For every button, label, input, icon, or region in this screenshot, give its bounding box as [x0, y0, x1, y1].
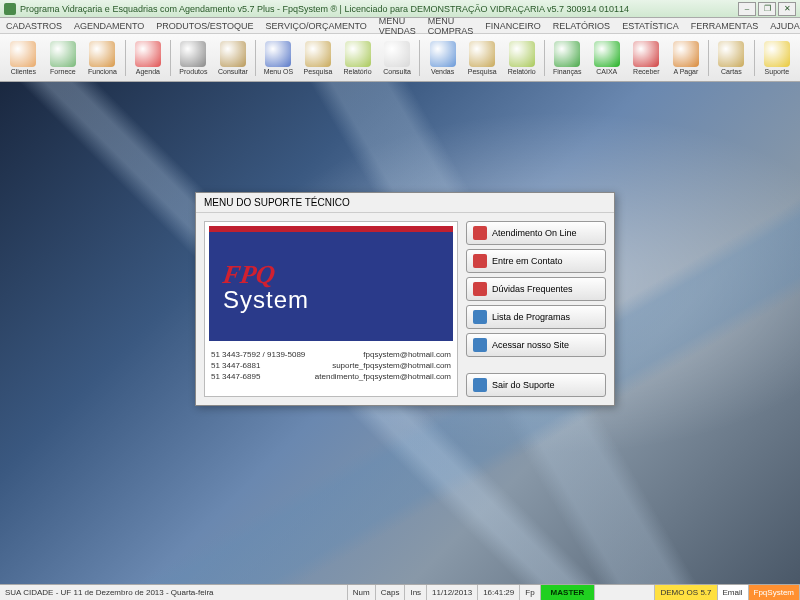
menu-cadastros[interactable]: CADASTROS: [0, 21, 68, 31]
menu-vendas[interactable]: MENU VENDAS: [373, 16, 422, 36]
toolbar-cartas[interactable]: Cartas: [712, 36, 751, 80]
support-icon: [473, 338, 487, 352]
toolbar-fornece[interactable]: Fornece: [44, 36, 83, 80]
menu-ajuda[interactable]: AJUDA: [764, 21, 800, 31]
support-acessar-nosso-site[interactable]: Acessar nosso Site: [466, 333, 606, 357]
menu os-icon: [265, 41, 291, 67]
toolbar-label: Pesquisa: [304, 68, 333, 75]
toolbar-label: Relatório: [508, 68, 536, 75]
toolbar-finanças[interactable]: Finanças: [548, 36, 587, 80]
support-icon: [473, 282, 487, 296]
funciona-icon: [89, 41, 115, 67]
toolbar-label: Consulta: [383, 68, 411, 75]
status-master: MASTER: [541, 585, 596, 600]
toolbar: ClientesForneceFuncionaAgendaProdutosCon…: [0, 34, 800, 82]
status-time: 16:41:29: [478, 585, 520, 600]
toolbar-separator: [255, 40, 256, 76]
finanças-icon: [554, 41, 580, 67]
vendas-icon: [430, 41, 456, 67]
support-lista-de-programas[interactable]: Lista de Programas: [466, 305, 606, 329]
status-brand[interactable]: FpqSystem: [749, 585, 800, 600]
status-num: Num: [348, 585, 376, 600]
support-atendimento-on-line[interactable]: Atendimento On Line: [466, 221, 606, 245]
desktop-background: MENU DO SUPORTE TÉCNICO FPQ System 51 34…: [0, 82, 800, 584]
status-ins: Ins: [405, 585, 427, 600]
status-spacer: [595, 585, 655, 600]
toolbar-pesquisa[interactable]: Pesquisa: [299, 36, 338, 80]
toolbar-vendas[interactable]: Vendas: [423, 36, 462, 80]
menu-agendamento[interactable]: AGENDAMENTO: [68, 21, 150, 31]
support-icon: [473, 310, 487, 324]
maximize-button[interactable]: ❐: [758, 2, 776, 16]
toolbar-label: Relatório: [344, 68, 372, 75]
toolbar-relatório[interactable]: Relatório: [502, 36, 541, 80]
dialog-body: FPQ System 51 3443-7592 / 9139-5089 fpqs…: [196, 213, 614, 405]
toolbar-caixa[interactable]: CAIXA: [587, 36, 626, 80]
status-demo: DEMO OS 5.7: [655, 585, 717, 600]
fornece-icon: [50, 41, 76, 67]
toolbar-label: Agenda: [136, 68, 160, 75]
close-button[interactable]: ✕: [778, 2, 796, 16]
toolbar-receber[interactable]: Receber: [627, 36, 666, 80]
toolbar-suporte[interactable]: Suporte: [758, 36, 797, 80]
support-icon: [473, 226, 487, 240]
support-entre-em-contato[interactable]: Entre em Contato: [466, 249, 606, 273]
toolbar-agenda[interactable]: Agenda: [129, 36, 168, 80]
relatório-icon: [345, 41, 371, 67]
menu-relatorios[interactable]: RELATÓRIOS: [547, 21, 616, 31]
exit-support-button[interactable]: Sair do Suporte: [466, 373, 606, 397]
toolbar-clientes[interactable]: Clientes: [4, 36, 43, 80]
menu-estatistica[interactable]: ESTATÍSTICA: [616, 21, 685, 31]
contact-row: 51 3443-7592 / 9139-5089 fpqsystem@hotma…: [209, 349, 453, 360]
status-email-btn[interactable]: Email: [718, 585, 749, 600]
toolbar-funciona[interactable]: Funciona: [83, 36, 122, 80]
toolbar-relatório[interactable]: Relatório: [338, 36, 377, 80]
contact-row: 51 3447-6881 suporte_fpqsystem@hotmail.c…: [209, 360, 453, 371]
logo-fpq: FPQ: [221, 260, 455, 290]
consulta-icon: [384, 41, 410, 67]
app-icon: [4, 3, 16, 15]
toolbar-label: Cartas: [721, 68, 742, 75]
toolbar-label: Produtos: [179, 68, 207, 75]
menu-ferramentas[interactable]: FERRAMENTAS: [685, 21, 764, 31]
toolbar-label: Clientes: [11, 68, 36, 75]
menu-servico-orcamento[interactable]: SERVIÇO/ORÇAMENTO: [260, 21, 373, 31]
menubar: CADASTROS AGENDAMENTO PRODUTOS/ESTOQUE S…: [0, 18, 800, 34]
a pagar-icon: [673, 41, 699, 67]
toolbar-a-pagar[interactable]: A Pagar: [667, 36, 706, 80]
support-dúvidas-frequentes[interactable]: Dúvidas Frequentes: [466, 277, 606, 301]
exit-icon: [473, 378, 487, 392]
toolbar-pesquisa[interactable]: Pesquisa: [463, 36, 502, 80]
toolbar-label: Menu OS: [264, 68, 294, 75]
toolbar-menu-os[interactable]: Menu OS: [259, 36, 298, 80]
toolbar-consultar[interactable]: Consultar: [214, 36, 253, 80]
toolbar-label: Funciona: [88, 68, 117, 75]
toolbar-separator: [419, 40, 420, 76]
toolbar-label: A Pagar: [673, 68, 698, 75]
toolbar-consulta[interactable]: Consulta: [378, 36, 417, 80]
toolbar-label: CAIXA: [596, 68, 617, 75]
minimize-button[interactable]: –: [738, 2, 756, 16]
toolbar-label: Pesquisa: [468, 68, 497, 75]
status-fp: Fp: [520, 585, 540, 600]
menu-compras[interactable]: MENU COMPRAS: [422, 16, 480, 36]
status-caps: Caps: [376, 585, 406, 600]
toolbar-produtos[interactable]: Produtos: [174, 36, 213, 80]
toolbar-label: Vendas: [431, 68, 454, 75]
contact-info: 51 3443-7592 / 9139-5089 fpqsystem@hotma…: [209, 349, 453, 382]
contact-row: 51 3447-6895 atendimento_fpqsystem@hotma…: [209, 371, 453, 382]
relatório-icon: [509, 41, 535, 67]
pesquisa-icon: [469, 41, 495, 67]
agenda-icon: [135, 41, 161, 67]
menu-financeiro[interactable]: FINANCEIRO: [479, 21, 547, 31]
status-location: SUA CIDADE - UF 11 de Dezembro de 2013 -…: [0, 585, 348, 600]
statusbar: SUA CIDADE - UF 11 de Dezembro de 2013 -…: [0, 584, 800, 600]
pesquisa-icon: [305, 41, 331, 67]
status-date: 11/12/2013: [427, 585, 478, 600]
produtos-icon: [180, 41, 206, 67]
toolbar-label: Finanças: [553, 68, 581, 75]
receber-icon: [633, 41, 659, 67]
menu-produtos-estoque[interactable]: PRODUTOS/ESTOQUE: [150, 21, 259, 31]
clientes-icon: [10, 41, 36, 67]
consultar-icon: [220, 41, 246, 67]
